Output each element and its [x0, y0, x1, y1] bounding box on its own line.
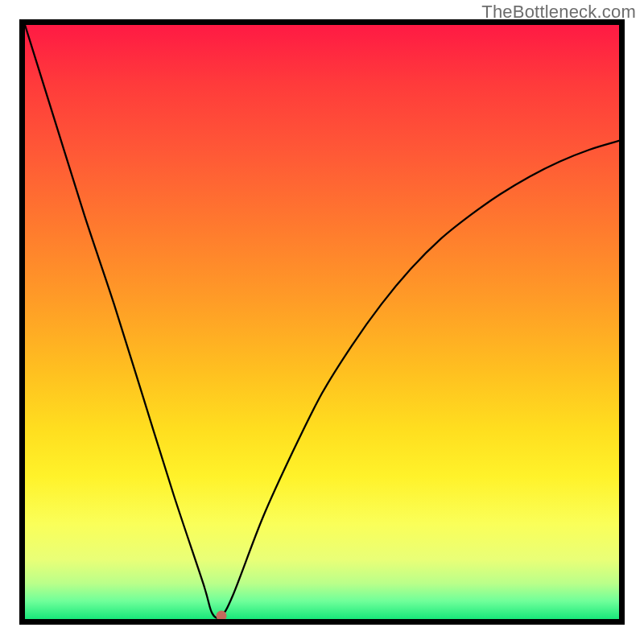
plot-area	[25, 25, 619, 619]
chart-frame	[19, 19, 625, 625]
chart-container: TheBottleneck.com	[0, 0, 644, 644]
watermark-text: TheBottleneck.com	[481, 2, 636, 23]
min-marker	[216, 611, 226, 619]
bottleneck-curve	[25, 25, 619, 619]
